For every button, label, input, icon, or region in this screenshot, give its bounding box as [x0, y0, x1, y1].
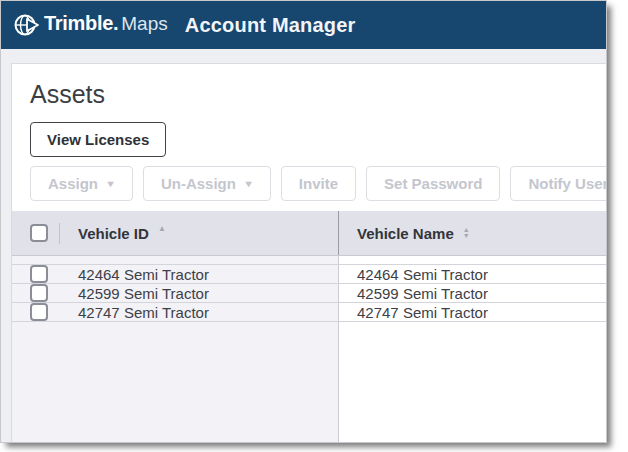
- row-checkbox-cell: [12, 265, 60, 283]
- select-all-checkbox[interactable]: [30, 224, 48, 242]
- assets-table: Vehicle ID ▲ Vehicle Name ▲ ▼: [12, 211, 606, 442]
- row-checkbox-cell: [12, 303, 60, 321]
- assets-card: Assets View Licenses Assign ▼ Un-Assign …: [11, 63, 606, 442]
- toolbar-button[interactable]: Notify Users: [510, 166, 606, 201]
- toolbar-button[interactable]: Invite: [281, 166, 356, 201]
- partially-scrolled-row: [12, 256, 606, 265]
- vehicle-name-cell: 42599 Semi Tractor: [339, 284, 606, 302]
- vehicle-id-header-label: Vehicle ID: [78, 225, 149, 242]
- toolbar-button-label: Invite: [299, 175, 338, 192]
- toolbar-button[interactable]: Set Password: [366, 166, 500, 201]
- table-body: 42464 Semi Tractor 42464 Semi Tractor 42…: [12, 265, 606, 322]
- row-checkbox-cell: [12, 284, 60, 302]
- vehicle-id-cell: 42747 Semi Tractor: [60, 303, 339, 321]
- row-checkbox[interactable]: [30, 265, 48, 283]
- screen: Trimble. Maps Account Manager Assets Vie…: [0, 0, 628, 452]
- toolbar-button[interactable]: Assign ▼: [30, 166, 133, 201]
- row-checkbox[interactable]: [30, 303, 48, 321]
- toolbar-button-label: Notify Users: [528, 175, 606, 192]
- vehicle-id-cell: 42464 Semi Tractor: [60, 265, 339, 283]
- column-header-vehicle-name[interactable]: Vehicle Name ▲ ▼: [339, 211, 606, 255]
- trimble-globe-icon: [13, 12, 39, 38]
- app-title: Account Manager: [185, 14, 356, 37]
- vehicle-name-cell: 42464 Semi Tractor: [339, 265, 606, 283]
- table-header-row: Vehicle ID ▲ Vehicle Name ▲ ▼: [12, 211, 606, 256]
- select-all-header-cell: [12, 211, 60, 255]
- table-bottom-filler: [12, 322, 606, 442]
- vehicle-name-cell: 42747 Semi Tractor: [339, 303, 606, 321]
- toolbar-button-label: Assign: [48, 175, 98, 192]
- toolbar-button-label: Un-Assign: [161, 175, 236, 192]
- page-body: Assets View Licenses Assign ▼ Un-Assign …: [1, 49, 606, 442]
- table-row: 42747 Semi Tractor 42747 Semi Tractor: [12, 303, 606, 322]
- brand-name: Trimble.: [44, 12, 118, 35]
- page-title: Assets: [30, 80, 606, 109]
- view-licenses-button[interactable]: View Licenses: [30, 122, 166, 157]
- caret-down-icon: ▼: [243, 179, 254, 189]
- table-row: 42599 Semi Tractor 42599 Semi Tractor: [12, 284, 606, 303]
- vehicle-id-cell: 42599 Semi Tractor: [60, 284, 339, 302]
- brand-logo[interactable]: Trimble. Maps: [13, 12, 168, 38]
- app-window: Trimble. Maps Account Manager Assets Vie…: [0, 0, 607, 443]
- top-navbar: Trimble. Maps Account Manager: [1, 1, 606, 49]
- vehicle-name-header-label: Vehicle Name: [357, 225, 454, 242]
- toolbar-button-label: Set Password: [384, 175, 482, 192]
- sort-unsorted-icon: ▲ ▼: [463, 227, 470, 239]
- table-row: 42464 Semi Tractor 42464 Semi Tractor: [12, 265, 606, 284]
- toolbar-button[interactable]: Un-Assign ▼: [143, 166, 271, 201]
- row-checkbox[interactable]: [30, 284, 48, 302]
- toolbar: Assign ▼ Un-Assign ▼ Invite Set Password…: [30, 166, 606, 201]
- brand-suffix: Maps: [121, 13, 167, 35]
- sort-ascending-icon: ▲: [158, 224, 166, 233]
- column-header-vehicle-id[interactable]: Vehicle ID ▲: [60, 211, 339, 255]
- caret-down-icon: ▼: [105, 179, 116, 189]
